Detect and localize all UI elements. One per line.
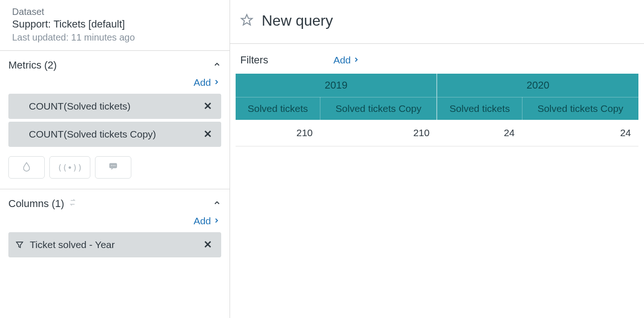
remove-metric-button[interactable]: ✕ <box>201 128 215 140</box>
dataset-label: Dataset <box>12 7 221 17</box>
table-cell: 24 <box>522 120 638 146</box>
dataset-name: Support: Tickets [default] <box>12 18 221 30</box>
metric-icon-row: ((•)) <box>8 156 221 179</box>
metric-label: COUNT(Solved tickets) <box>29 101 130 112</box>
column-subheader: Solved tickets <box>437 97 522 120</box>
metric-chip[interactable]: COUNT(Solved tickets) ✕ <box>8 94 221 119</box>
swap-icon[interactable] <box>68 198 77 210</box>
svg-point-3 <box>115 165 115 166</box>
remove-metric-button[interactable]: ✕ <box>201 100 215 112</box>
metrics-section: Metrics (2) Add COUNT(Solved tickets) ✕ … <box>0 51 230 189</box>
live-icon: ((•)) <box>57 163 82 173</box>
columns-title: Columns (1) <box>8 198 64 210</box>
dataset-block: Dataset Support: Tickets [default] Last … <box>0 0 230 51</box>
chevron-up-icon <box>213 198 221 210</box>
live-icon-button[interactable]: ((•)) <box>49 156 90 179</box>
chevron-up-icon <box>213 59 221 71</box>
add-filter-button[interactable]: Add <box>333 55 360 66</box>
columns-section: Columns (1) Add Ticket so <box>0 189 230 268</box>
column-chip[interactable]: Ticket solved - Year ✕ <box>8 232 221 257</box>
column-group-header: 2020 <box>437 74 638 97</box>
svg-marker-4 <box>241 14 252 25</box>
sidebar: Dataset Support: Tickets [default] Last … <box>0 0 230 318</box>
svg-point-1 <box>111 165 112 166</box>
dataset-updated: Last updated: 11 minutes ago <box>12 32 221 43</box>
filters-label: Filters <box>240 54 268 66</box>
metrics-header[interactable]: Metrics (2) <box>8 59 221 71</box>
table-cell: 210 <box>236 120 320 146</box>
add-column-button[interactable]: Add <box>194 215 220 227</box>
comment-icon <box>108 161 118 174</box>
main-header: New query <box>230 0 644 44</box>
column-subheader: Solved tickets Copy <box>522 97 638 120</box>
columns-header[interactable]: Columns (1) <box>8 198 221 210</box>
chevron-right-icon <box>213 215 220 227</box>
add-column-label: Add <box>194 215 211 227</box>
main-panel: New query Filters Add 2019 2020 Solved t… <box>230 0 644 318</box>
comment-icon-button[interactable] <box>95 156 131 179</box>
add-metric-label: Add <box>194 77 211 88</box>
query-title: New query <box>262 12 333 29</box>
column-group-header: 2019 <box>236 74 437 97</box>
drop-icon <box>21 161 32 174</box>
chevron-right-icon <box>213 77 220 88</box>
column-subheader: Solved tickets <box>236 97 320 120</box>
drop-icon-button[interactable] <box>8 156 45 179</box>
metric-chip[interactable]: COUNT(Solved tickets Copy) ✕ <box>8 122 221 147</box>
results-table: 2019 2020 Solved tickets Solved tickets … <box>236 74 638 146</box>
filter-icon <box>15 240 24 249</box>
remove-column-button[interactable]: ✕ <box>201 239 215 251</box>
svg-point-2 <box>113 165 114 166</box>
add-filter-label: Add <box>333 55 351 66</box>
table-cell: 24 <box>437 120 522 146</box>
metrics-title: Metrics (2) <box>8 59 57 71</box>
filters-bar: Filters Add <box>230 44 644 74</box>
results-table-wrap: 2019 2020 Solved tickets Solved tickets … <box>230 74 644 146</box>
star-icon[interactable] <box>240 14 253 28</box>
metric-label: COUNT(Solved tickets Copy) <box>29 129 156 140</box>
column-label: Ticket solved - Year <box>30 239 115 250</box>
table-row: 210 210 24 24 <box>236 120 638 146</box>
add-metric-button[interactable]: Add <box>194 77 220 88</box>
chevron-right-icon <box>353 55 360 66</box>
table-cell: 210 <box>320 120 437 146</box>
column-subheader: Solved tickets Copy <box>320 97 437 120</box>
